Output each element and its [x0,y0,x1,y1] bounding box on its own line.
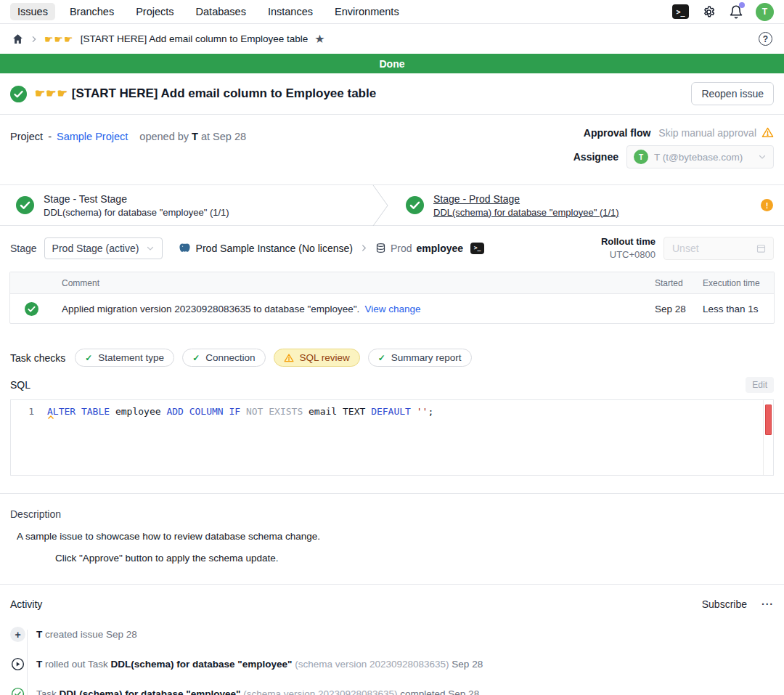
activity-header: Activity Subscribe ··· [10,598,774,610]
sql-label: SQL [10,379,30,391]
home-icon[interactable] [12,33,24,45]
database-environment: Prod [391,243,412,254]
approval-flow-row: Approval flow Skip manual approval [584,126,774,139]
meta-right: Approval flow Skip manual approval Assig… [573,126,774,168]
check-badge-summary-report[interactable]: ✓ Summary report [368,349,472,367]
open-sql-editor-icon[interactable]: >_ [470,243,484,254]
top-navigation: Issues Branches Projects Databases Insta… [0,0,784,24]
stage-card-text: Stage - Test Stage DDL(schema) for datab… [44,193,229,218]
stage-pipeline: Stage - Test Stage DDL(schema) for datab… [0,184,784,226]
chevron-down-icon [146,244,155,253]
assignee-value: T (t@bytebase.com) [654,152,743,163]
description-label: Description [10,508,774,520]
more-options-icon[interactable]: ··· [761,598,774,610]
notifications-bell-icon[interactable] [729,4,743,20]
stage-card-prod[interactable]: Stage - Prod Stage DDL(schema) for datab… [390,193,761,218]
database-icon [375,243,386,253]
nav-item-issues[interactable]: Issues [10,3,55,20]
breadcrumb-separator-icon [30,36,38,43]
rollout-time-input-wrap [663,237,774,260]
check-success-icon: ✓ [192,353,200,363]
check-badge-connection[interactable]: ✓ Connection [182,349,265,367]
task-checks-label: Task checks [10,352,65,364]
sql-editor[interactable]: 1 ALTER TABLE employee ADD COLUMN IF NOT… [10,399,774,476]
stage-title: Stage - Test Stage [44,193,229,205]
stage-label: Stage [10,243,37,254]
activity-text: Task DDL(schema) for database "employee"… [36,688,479,695]
stage-select[interactable]: Prod Stage (active) [44,237,163,259]
rollout-time-label: Rollout time [601,235,656,248]
issue-meta: Project - Sample Project opened by T at … [0,115,784,173]
nav-item-projects[interactable]: Projects [128,3,181,20]
project-line: Project - Sample Project opened by T at … [10,126,246,168]
stage-chevron-separator [371,185,390,226]
task-checks-row: Task checks ✓ Statement type ✓ Connectio… [0,324,784,367]
nav-item-environments[interactable]: Environments [327,3,407,20]
editor-overview-ruler[interactable] [763,400,773,475]
assignee-row: Assignee T T (t@bytebase.com) [573,145,774,168]
project-separator: - [48,131,52,142]
row-started: Sep 28 [655,304,703,314]
project-link[interactable]: Sample Project [57,131,128,142]
line-number: 1 [11,400,43,475]
description-line: A sample issue to showcase how to review… [17,531,774,542]
check-circle-outline-icon [10,686,25,695]
activity-item-completed: Task DDL(schema) for database "employee"… [10,679,774,695]
task-run-table: Comment Started Execution time Applied m… [9,272,775,324]
stage-subtitle: DDL(schema) for database "employee" (1/1… [433,207,619,218]
reopen-issue-button[interactable]: Reopen issue [691,82,774,105]
description-section: Description A sample issue to showcase h… [0,494,784,564]
nav-item-branches[interactable]: Branches [62,3,121,20]
rollout-time-input[interactable] [671,242,756,255]
help-icon[interactable]: ? [759,32,772,46]
header-execution-time: Execution time [703,278,774,288]
nav-items: Issues Branches Projects Databases Insta… [10,3,407,20]
chevron-down-icon [758,153,767,161]
stage-alert-icon: ! [761,199,773,211]
table-row: Applied migration version 20230928083635… [10,294,774,323]
view-change-link[interactable]: View change [364,304,420,314]
project-label: Project [10,131,43,142]
page-title: ☛☛☛ [START HERE] Add email column to Emp… [35,86,376,101]
check-badge-statement-type[interactable]: ✓ Statement type [75,349,174,367]
database-link[interactable]: Prod employee [375,243,463,254]
activity-title: Activity [10,598,42,610]
activity-item-created: + T created issue Sep 28 [10,619,774,649]
check-warning-icon [284,353,294,363]
activity-section: Activity Subscribe ··· + T created issue… [0,585,784,695]
sql-code[interactable]: ALTER TABLE employee ADD COLUMN IF NOT E… [43,400,763,475]
activity-timeline: + T created issue Sep 28 T rolled out Ta… [10,619,774,695]
header-comment: Comment [52,278,655,288]
stage-card-text: Stage - Prod Stage DDL(schema) for datab… [433,193,619,218]
issue-title-row: ☛☛☛ [START HERE] Add email column to Emp… [0,73,784,115]
sql-edit-button[interactable]: Edit [746,377,774,393]
instance-link[interactable]: Prod Sample Instance (No license) [179,242,353,254]
breadcrumb: ☛☛☛ [START HERE] Add email column to Emp… [0,24,784,54]
rollout-labels: Rollout time UTC+0800 [601,235,656,261]
subscribe-button[interactable]: Subscribe [702,598,747,610]
favorite-star-icon[interactable]: ★ [314,32,324,46]
sql-header: SQL Edit [10,377,774,393]
breadcrumb-separator-icon [360,244,368,252]
settings-gear-icon[interactable] [701,4,716,20]
stage-subtitle: DDL(schema) for database "employee" (1/1… [44,207,229,218]
assignee-select[interactable]: T T (t@bytebase.com) [626,145,774,168]
stage-card-test[interactable]: Stage - Test Stage DDL(schema) for datab… [0,193,371,218]
row-comment: Applied migration version 20230928083635… [62,304,359,314]
issue-done-check-icon [10,86,27,102]
sql-editor-terminal-icon[interactable]: >_ [672,4,689,19]
row-success-check-icon [25,302,38,316]
user-avatar[interactable]: T [756,3,774,21]
stage-title: Stage - Prod Stage [433,193,619,205]
activity-text: T created issue Sep 28 [36,629,137,640]
stage-success-check-icon [406,196,424,214]
check-badge-sql-review[interactable]: SQL review [274,349,360,367]
postgresql-icon [179,242,191,254]
assignee-label: Assignee [573,151,618,163]
nav-item-databases[interactable]: Databases [189,3,253,20]
status-banner: Done [0,54,784,73]
sql-section: SQL Edit 1 ALTER TABLE employee ADD COLU… [0,367,784,476]
nav-item-instances[interactable]: Instances [261,3,320,20]
rollout-time-group: Rollout time UTC+0800 [601,235,774,261]
stage-success-check-icon [16,196,34,214]
